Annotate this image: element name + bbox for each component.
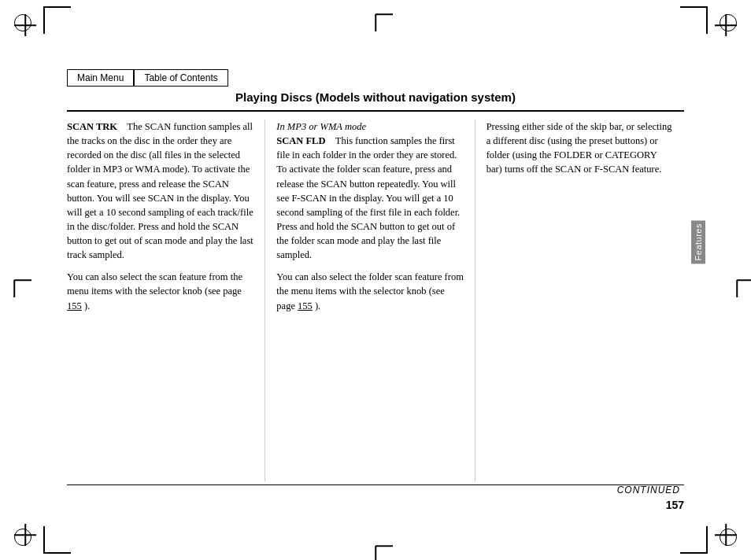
pressing-text: Pressing either side of the skip bar, or… [486,121,672,175]
corner-br-h [680,552,708,554]
para-pressing: Pressing either side of the skip bar, or… [486,120,675,177]
reg-mark-tl [14,14,36,36]
corner-br-v [706,526,708,554]
para-scan-trk-2: You can also select the scan feature fro… [67,270,255,312]
reg-mark-tr [715,14,737,36]
nav-buttons: Main Menu Table of Contents [67,69,228,87]
scan-fld-text: This function samples the first file in … [276,135,460,260]
corner-tr-v [706,6,708,34]
reg-mark-bl [14,524,36,546]
bottom-rule [67,484,684,485]
corner-tr-h [680,6,708,8]
scan-trk-text: The SCAN function samples all the tracks… [67,121,253,260]
page-link-155-1[interactable]: 155 [67,300,82,311]
para-scan-fld-2-text: You can also select the folder scan feat… [276,271,464,311]
para-scan-fld: In MP3 or WMA mode SCAN FLD This functio… [276,120,464,262]
corner-tl-h [43,6,71,8]
continued-label: CONTINUED [617,484,680,496]
page-number: 157 [666,499,684,511]
mp3-wma-label: In MP3 or WMA mode [276,120,464,134]
para-scan-trk-2-text: You can also select the scan feature fro… [67,271,242,311]
reg-mark-br [715,524,737,546]
column-1: SCAN TRK The SCAN function samples all t… [67,120,265,481]
para-scan-fld-2: You can also select the folder scan feat… [276,270,464,312]
corner-tl-v [43,6,45,34]
column-2: In MP3 or WMA mode SCAN FLD This functio… [265,120,474,481]
title-rule [67,110,684,112]
page-link-155-2[interactable]: 155 [298,300,313,311]
toc-button[interactable]: Table of Contents [134,69,228,87]
main-menu-button[interactable]: Main Menu [67,69,134,87]
content-area: SCAN TRK The SCAN function samples all t… [67,120,684,481]
para-scan-trk: SCAN TRK The SCAN function samples all t… [67,120,255,262]
corner-bl-h [43,552,71,554]
column-3: Pressing either side of the skip bar, or… [475,120,684,481]
scan-trk-label: SCAN TRK [67,121,117,132]
scan-fld-label: SCAN FLD [276,135,325,146]
corner-bl-v [43,526,45,554]
page-title: Playing Discs (Models without navigation… [67,90,684,104]
features-label: Features [691,220,705,263]
